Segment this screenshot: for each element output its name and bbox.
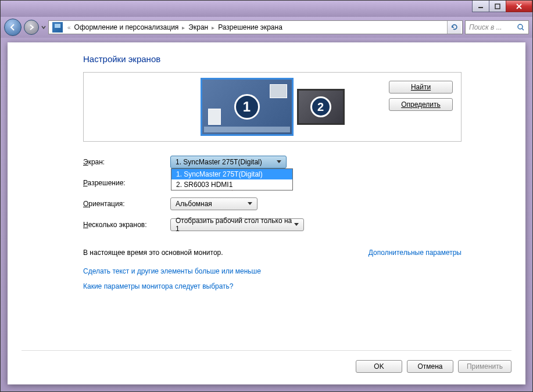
breadcrumb[interactable]: « Оформление и персонализация ▸ Экран ▸ … <box>48 20 463 34</box>
refresh-button[interactable] <box>447 21 461 34</box>
screen-row: Экран: 1. SyncMaster 275T(Digital) 1. Sy… <box>83 156 462 168</box>
main-monitor-status: В настоящее время это основной монитор. <box>83 249 223 257</box>
minimize-button[interactable] <box>472 1 489 12</box>
cancel-button[interactable]: Отмена <box>407 360 453 373</box>
monitor-number: 1 <box>234 94 260 120</box>
titlebar-buttons <box>473 1 532 12</box>
window-thumb-icon <box>270 84 287 98</box>
nav-forward-button[interactable] <box>24 20 39 35</box>
breadcrumb-item[interactable]: Разрешение экрана <box>217 23 284 31</box>
arrow-right-icon <box>28 24 35 31</box>
find-button[interactable]: Найти <box>389 81 453 93</box>
ok-button[interactable]: OK <box>356 360 402 373</box>
monitor-buttons: Найти Определить <box>389 81 453 111</box>
multiple-displays-label: Несколько экранов: <box>83 221 170 229</box>
orientation-dropdown[interactable]: Альбомная <box>170 197 257 210</box>
arrow-left-icon <box>9 23 17 31</box>
identify-button-label: Определить <box>401 100 441 109</box>
maximize-icon <box>495 3 500 9</box>
navbar: « Оформление и персонализация ▸ Экран ▸ … <box>1 17 532 38</box>
chevron-down-icon <box>292 223 301 226</box>
screen-label: Экран: <box>83 158 170 166</box>
window-thumb-icon <box>208 109 221 125</box>
dropdown-option[interactable]: 1. SyncMaster 275T(Digital) <box>171 169 292 179</box>
screen-dropdown[interactable]: 1. SyncMaster 275T(Digital) 1. SyncMaste… <box>170 156 287 168</box>
search-placeholder: Поиск в ... <box>469 23 502 31</box>
svg-point-2 <box>518 24 523 29</box>
refresh-icon <box>450 23 459 31</box>
chevron-down-icon <box>245 202 255 206</box>
multiple-displays-dropdown[interactable]: Отобразить рабочий стол только на 1 <box>170 218 304 231</box>
apply-button[interactable]: Применить <box>458 360 511 373</box>
orientation-row: Ориентация: Альбомная <box>83 197 462 210</box>
text-size-link[interactable]: Сделать текст и другие элементы больше и… <box>83 267 462 275</box>
divider <box>22 350 511 351</box>
help-link[interactable]: Какие параметры монитора следует выбрать… <box>83 282 462 290</box>
chevron-down-icon <box>274 160 284 164</box>
breadcrumb-item[interactable]: Оформление и персонализация <box>73 23 180 31</box>
chevron-right-icon: ▸ <box>180 24 187 31</box>
svg-rect-0 <box>478 7 483 8</box>
multiple-displays-value: Отобразить рабочий стол только на 1 <box>176 217 292 233</box>
apply-button-label: Применить <box>467 362 503 371</box>
close-button[interactable] <box>506 1 532 12</box>
svg-rect-1 <box>495 4 500 9</box>
monitor-number: 2 <box>310 96 331 117</box>
advanced-settings-link[interactable]: Дополнительные параметры <box>369 249 462 257</box>
identify-button[interactable]: Определить <box>389 98 453 111</box>
status-row: В настоящее время это основной монитор. … <box>83 249 462 257</box>
nav-back-button[interactable] <box>4 19 22 36</box>
screen-dropdown-list: 1. SyncMaster 275T(Digital) 2. SR6003 HD… <box>171 168 293 190</box>
chevron-right-icon: ▸ <box>209 24 217 31</box>
resolution-label: Разрешение: <box>83 179 170 187</box>
close-icon <box>516 3 523 10</box>
page-title: Настройки экранов <box>83 54 462 64</box>
chevron-right-icon: « <box>65 24 73 31</box>
maximize-button[interactable] <box>489 1 506 12</box>
monitors-preview: 1 2 Найти Определить <box>83 72 462 142</box>
titlebar <box>1 1 532 17</box>
dropdown-option[interactable]: 2. SR6003 HDMI1 <box>171 179 292 190</box>
ok-button-label: OK <box>374 362 384 371</box>
minimize-icon <box>478 3 484 9</box>
search-icon <box>517 23 525 31</box>
content-inner: Настройки экранов 1 2 Найти Определить <box>8 42 525 309</box>
control-panel-icon <box>52 22 63 33</box>
chevron-down-icon[interactable] <box>41 23 46 31</box>
monitor-1[interactable]: 1 <box>201 78 294 136</box>
content-panel: Настройки экранов 1 2 Найти Определить <box>8 42 525 384</box>
screen-dropdown-value: 1. SyncMaster 275T(Digital) <box>176 158 262 166</box>
search-input[interactable]: Поиск в ... <box>465 20 529 34</box>
breadcrumb-item[interactable]: Экран <box>187 23 209 31</box>
orientation-label: Ориентация: <box>83 200 170 208</box>
orientation-dropdown-value: Альбомная <box>176 200 212 208</box>
window: « Оформление и персонализация ▸ Экран ▸ … <box>0 0 533 392</box>
taskbar-icon <box>204 127 290 132</box>
dialog-buttons: OK Отмена Применить <box>356 360 511 373</box>
monitor-2[interactable]: 2 <box>297 89 345 125</box>
cancel-button-label: Отмена <box>417 362 442 371</box>
multiple-displays-row: Несколько экранов: Отобразить рабочий ст… <box>83 218 462 231</box>
find-button-label: Найти <box>411 83 431 91</box>
